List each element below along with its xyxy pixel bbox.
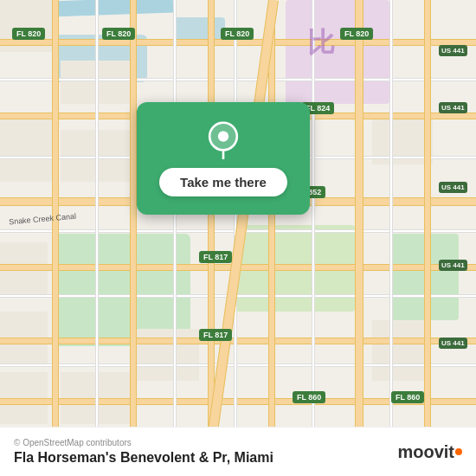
road-label-us441-1: US 441 (439, 45, 467, 56)
road-v-1 (52, 0, 59, 476)
svg-point-2 (218, 131, 228, 141)
location-popup: Take me there (137, 102, 310, 215)
road-v-6 (424, 0, 431, 476)
moovit-logo: moovit (397, 442, 462, 462)
moovit-dot-icon (455, 448, 462, 455)
moovit-brand-text: moovit (397, 442, 454, 462)
road-label-fl820-2: FL 820 (102, 28, 135, 40)
city-block (130, 329, 199, 381)
city-block (0, 113, 52, 182)
road-label-fl820-3: FL 820 (221, 28, 254, 40)
road-label-fl817-3: FL 817 (199, 329, 232, 341)
road-v-minor-2 (173, 0, 177, 476)
road-h-minor-5 (0, 363, 476, 367)
road-v-minor-5 (389, 0, 393, 476)
road-h-1 (0, 39, 476, 46)
road-v-minor-4 (312, 0, 315, 476)
road-label-fl820-4: FL 820 (340, 28, 373, 40)
canal-label: Snake Creek Canal (9, 212, 77, 227)
road-h-minor-1 (0, 78, 476, 81)
map-symbol: 比 (307, 24, 335, 62)
road-v-minor-1 (95, 0, 99, 476)
pink-zone (286, 0, 389, 104)
map-container: FL 820 FL 820 FL 820 FL 820 US 441 US 44… (0, 0, 476, 476)
road-label-fl820-1: FL 820 (12, 28, 45, 40)
road-v-4 (268, 0, 275, 476)
city-block (372, 320, 424, 381)
location-name: Fla Horseman's Benevolent & Pr, Miami (14, 450, 273, 466)
location-pin-icon (204, 121, 242, 159)
popup-card: Take me there (137, 102, 310, 215)
road-label-us441-3: US 441 (439, 182, 467, 193)
road-v-5 (355, 0, 363, 476)
map-attribution: © OpenStreetMap contributors (14, 438, 273, 447)
road-label-us441-2: US 441 (439, 102, 467, 113)
road-label-fl860-2: FL 860 (391, 391, 424, 403)
road-label-us441-5: US 441 (439, 338, 467, 349)
road-h-minor-4 (0, 294, 476, 298)
road-label-us441-4: US 441 (439, 260, 467, 271)
bottom-bar: © OpenStreetMap contributors Fla Horsema… (0, 427, 476, 476)
map-background: FL 820 FL 820 FL 820 FL 820 US 441 US 44… (0, 0, 476, 476)
bottom-left-section: © OpenStreetMap contributors Fla Horsema… (14, 438, 273, 466)
road-v-2 (130, 0, 137, 476)
road-label-fl817-2: FL 817 (199, 251, 232, 263)
road-label-fl860-1: FL 860 (293, 391, 325, 403)
take-me-there-button[interactable]: Take me there (159, 168, 287, 196)
road-h-5 (0, 338, 476, 344)
